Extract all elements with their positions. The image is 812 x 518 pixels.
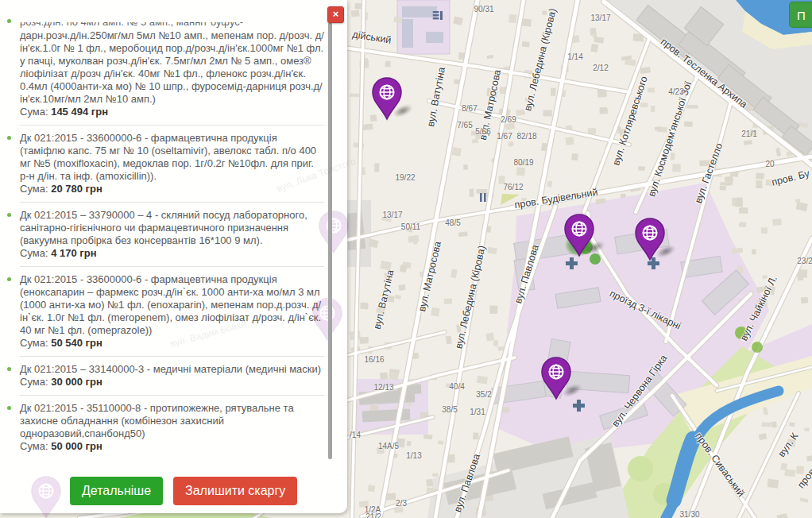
map-marker-pin[interactable] <box>562 213 597 257</box>
house-number: 14А/5 <box>378 442 399 450</box>
procurement-item: Дк 021:2015 – 33790000 – 4 - скляний пос… <box>20 202 324 266</box>
leave-complaint-button[interactable]: Залишити скаргу <box>173 477 297 505</box>
map-marker-pin <box>310 297 345 342</box>
house-number: 38/5 <box>442 405 457 414</box>
item-description: Дк 021:2015 – 33790000 – 4 - скляний пос… <box>20 209 324 247</box>
procurement-item: Дк 021:2015 – 33140000-3 - медичні матер… <box>20 356 324 395</box>
item-sum: Сума: 145 494 грн <box>20 106 324 118</box>
panel-scrollbar[interactable] <box>328 22 332 459</box>
procurement-panel: розч.д/ін. по 4мл амп. № 5 амп., манніт … <box>0 0 347 513</box>
item-description: Дк 021:2015 - 33600000-6 - фармацевтична… <box>20 273 324 337</box>
house-number: 31/30 <box>679 510 699 518</box>
house-number: 7/65 <box>457 121 472 130</box>
item-description: Дк 021:2015 - 35110000-8 - протипожежне,… <box>20 402 324 440</box>
house-number: /14 <box>350 431 361 439</box>
house-number: 16/16 <box>364 355 384 364</box>
house-number: 2/12 <box>593 64 608 72</box>
map-marker-pin <box>316 210 351 254</box>
map-marker-pin[interactable] <box>632 217 667 261</box>
details-button[interactable]: Детальніше <box>70 477 163 505</box>
house-number: 1/67 <box>497 132 512 141</box>
map-marker-pin[interactable] <box>539 356 574 400</box>
house-number: 12/13 <box>373 383 393 392</box>
house-number: 21/2 <box>365 512 381 518</box>
map-marker-pin[interactable] <box>369 76 404 121</box>
item-description: дарн.розч.д/ін.250мг/мл 5мл №10 амп., ме… <box>20 29 324 106</box>
hospital-plus-icon <box>573 400 585 412</box>
house-number: 48/5 <box>445 218 460 227</box>
house-number: 23/2 <box>797 257 812 265</box>
house-number: 1/13 <box>406 451 421 460</box>
item-description: Дк 021:2015 – 33140000-3 - медичні матер… <box>20 363 324 376</box>
house-number: 90/31 <box>474 5 493 14</box>
procurement-item: Дк 021:2015 - 35110000-8 - протипожежне,… <box>20 395 324 459</box>
item-sum: Сума: 30 000 грн <box>20 376 324 388</box>
house-number: 13/17 <box>590 14 610 22</box>
house-number: 80/19 <box>513 158 533 167</box>
house-number: 8/67 <box>462 104 477 113</box>
house-number: 13/17 <box>382 211 402 219</box>
map-marker-pin <box>29 475 64 518</box>
house-number: 35/2 <box>476 390 491 399</box>
clipped-line: розч.д/ін. по 4мл амп. № 5 амп., манніт … <box>20 22 324 29</box>
panel-actions: Детальніше Залишити скаргу <box>70 477 324 505</box>
house-number: 1/14 <box>567 52 582 61</box>
item-sum: Сума: 4 170 грн <box>20 247 324 260</box>
map-search-button[interactable]: П <box>789 2 812 28</box>
procurement-item: розч.д/ін. по 4мл амп. № 5 амп., манніт … <box>20 16 324 125</box>
hospital-plus-icon <box>648 257 659 269</box>
house-number: 5/66 <box>475 127 490 136</box>
close-icon[interactable]: × <box>327 6 344 23</box>
house-number: 40/4 <box>449 382 464 391</box>
house-number: 50/11 <box>401 222 420 231</box>
house-number: 2/3 <box>396 499 407 508</box>
house-number: 4/23 <box>668 87 683 96</box>
restaurant-icon <box>478 191 488 205</box>
house-number: 82/18 <box>516 132 536 141</box>
item-description: Дк 021:2015 - 33600000-6 - фармацевтична… <box>20 132 324 183</box>
house-number: 2/69 <box>501 115 516 124</box>
house-number: 1/31 <box>470 408 485 416</box>
house-number: 76/12 <box>503 183 523 191</box>
house-number: 20 <box>765 160 774 168</box>
hospital-plus-icon <box>566 257 578 269</box>
map-search-button-label: П <box>797 9 806 22</box>
house-number: 21/1 <box>741 130 756 138</box>
item-sum: Сума: 50 000 грн <box>20 440 324 453</box>
procurement-list: розч.д/ін. по 4мл амп. № 5 амп., манніт … <box>0 0 347 505</box>
house-number: 19/22 <box>395 173 415 182</box>
shop-icon <box>433 9 443 23</box>
